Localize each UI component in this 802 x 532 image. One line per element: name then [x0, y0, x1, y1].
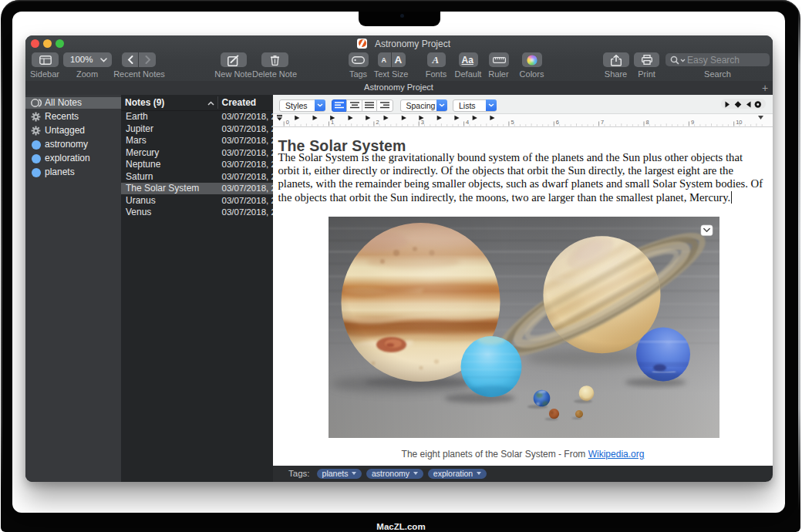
svg-text:10: 10 — [736, 119, 742, 126]
svg-text:0: 0 — [286, 119, 289, 126]
svg-text:7: 7 — [601, 119, 604, 126]
svg-text:6: 6 — [556, 119, 559, 126]
svg-text:5: 5 — [511, 119, 514, 126]
svg-text:3: 3 — [421, 119, 424, 126]
svg-text:1: 1 — [331, 119, 334, 126]
svg-text:8: 8 — [646, 119, 649, 126]
svg-text:9: 9 — [691, 119, 694, 126]
svg-text:2: 2 — [376, 119, 379, 126]
svg-text:4: 4 — [466, 119, 469, 126]
